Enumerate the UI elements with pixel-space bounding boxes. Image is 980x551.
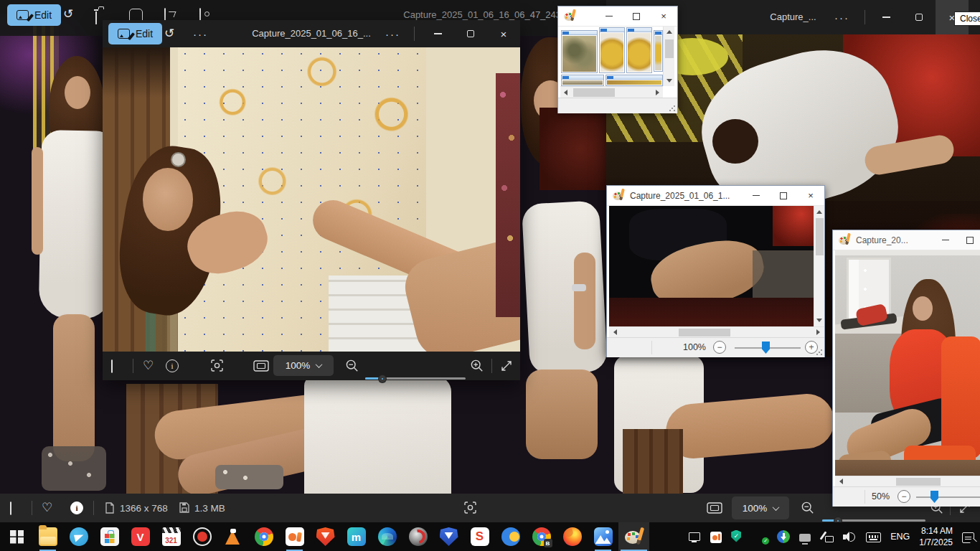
rotate-icon[interactable]: ↺ xyxy=(63,8,73,20)
taskbar-recorder[interactable] xyxy=(187,522,217,551)
pen-battery-icon[interactable] xyxy=(820,530,834,544)
taskbar-file-explorer[interactable] xyxy=(32,522,63,551)
scroll-left-icon[interactable] xyxy=(839,479,843,484)
zoom-slider[interactable] xyxy=(365,377,466,380)
zoom-out-icon[interactable] xyxy=(345,359,359,373)
close-button[interactable]: × xyxy=(797,186,824,205)
minimize-button[interactable] xyxy=(595,6,623,26)
scroll-right-icon[interactable] xyxy=(816,329,820,335)
tray-photo-viewer-icon[interactable] xyxy=(710,532,722,543)
taskbar-brave[interactable] xyxy=(310,522,341,551)
taskbar-maxthon[interactable]: m xyxy=(341,522,372,551)
zoom-out-button[interactable]: − xyxy=(713,341,726,354)
display-icon[interactable] xyxy=(799,534,811,542)
paint-small-canvas[interactable] xyxy=(835,250,980,476)
taskbar-photos[interactable] xyxy=(588,522,618,551)
scroll-up-icon[interactable] xyxy=(816,210,822,214)
horizontal-scrollbar[interactable] xyxy=(609,326,824,337)
resize-grip[interactable] xyxy=(816,349,823,356)
scrollbar-thumb[interactable] xyxy=(679,329,730,336)
taskbar-s-browser[interactable]: S xyxy=(464,522,495,551)
taskbar-vivaldi[interactable]: V xyxy=(125,522,156,551)
defender-icon[interactable]: ✓ xyxy=(754,530,768,544)
taskbar-chrome-beta[interactable]: B xyxy=(526,522,557,551)
see-more-icon[interactable]: ··· xyxy=(385,29,400,39)
info-icon[interactable]: i xyxy=(70,501,83,514)
scrollbar-thumb[interactable] xyxy=(816,218,824,255)
delete-icon[interactable] xyxy=(95,11,97,24)
filmstrip-icon[interactable] xyxy=(10,501,11,515)
download-manager-icon[interactable] xyxy=(777,530,790,543)
taskbar-firefox[interactable] xyxy=(557,522,588,551)
maximize-button[interactable] xyxy=(770,186,797,205)
taskbar-paint[interactable] xyxy=(618,522,649,551)
antivirus-icon[interactable]: ✓ xyxy=(731,530,745,544)
zoom-in-icon[interactable] xyxy=(470,359,484,373)
action-center-icon[interactable] xyxy=(962,532,974,543)
scroll-down-icon[interactable] xyxy=(666,79,672,83)
edit-button[interactable]: Edit xyxy=(7,4,61,26)
close-button[interactable]: × xyxy=(487,20,520,47)
minimize-button[interactable] xyxy=(933,230,958,250)
visual-search-icon[interactable] xyxy=(210,359,224,372)
scroll-down-icon[interactable] xyxy=(816,319,822,322)
horizontal-scrollbar[interactable] xyxy=(560,86,663,98)
fit-to-window-icon[interactable] xyxy=(707,502,722,514)
edit-button[interactable]: Edit xyxy=(108,23,162,44)
vertical-scrollbar[interactable] xyxy=(663,27,674,86)
zoom-slider-thumb[interactable] xyxy=(762,342,770,354)
zoom-slider-thumb[interactable] xyxy=(930,491,938,503)
scrollbar-thumb[interactable] xyxy=(573,88,615,97)
horizontal-scrollbar[interactable] xyxy=(835,476,980,486)
maximize-button[interactable] xyxy=(623,6,650,26)
taskbar-brave-beta[interactable] xyxy=(433,522,464,551)
maximize-button[interactable] xyxy=(454,20,487,47)
scrollbar-thumb[interactable] xyxy=(896,478,941,486)
volume-icon[interactable] xyxy=(843,530,857,544)
taskbar-store[interactable] xyxy=(94,522,125,551)
minimize-button[interactable] xyxy=(743,186,770,205)
taskbar-telegram[interactable] xyxy=(63,522,94,551)
touch-keyboard-icon[interactable] xyxy=(866,532,881,542)
scrollbar-thumb[interactable] xyxy=(665,39,674,58)
taskbar-comodo[interactable] xyxy=(402,522,433,551)
start-button[interactable] xyxy=(1,522,32,551)
rotate-icon[interactable]: ↺ xyxy=(164,27,174,39)
clock[interactable]: 8:14 AM 1/7/2025 xyxy=(919,525,953,548)
zoom-level-dropdown[interactable]: 100% xyxy=(732,496,789,519)
zoom-slider-thumb[interactable] xyxy=(379,375,386,382)
taskbar-klite[interactable] xyxy=(156,522,187,551)
zoom-slider-track[interactable] xyxy=(916,496,980,498)
scroll-up-icon[interactable] xyxy=(666,30,672,34)
network-icon[interactable] xyxy=(687,530,701,544)
favorite-heart-icon[interactable]: ♡ xyxy=(42,501,52,514)
fullscreen-icon[interactable] xyxy=(500,359,513,372)
paint-mid-canvas[interactable] xyxy=(609,206,814,326)
taskbar-kiwi[interactable] xyxy=(495,522,526,551)
scroll-left-icon[interactable] xyxy=(613,329,617,335)
taskbar-vlc[interactable] xyxy=(217,522,248,551)
minimize-button[interactable] xyxy=(870,0,903,34)
fit-to-window-icon[interactable] xyxy=(253,360,269,372)
zoom-out-button[interactable]: − xyxy=(897,490,910,503)
zoom-slider[interactable] xyxy=(822,519,925,522)
see-more-icon[interactable]: ··· xyxy=(834,12,849,23)
filmstrip-icon[interactable] xyxy=(111,359,113,373)
taskbar-edge[interactable] xyxy=(372,522,402,551)
zoom-level-dropdown[interactable]: 100% xyxy=(273,355,334,376)
paint-thumbs-canvas[interactable] xyxy=(560,27,663,86)
resize-grip[interactable] xyxy=(669,105,676,112)
language-indicator[interactable]: ENG xyxy=(890,532,910,542)
visual-search-icon[interactable] xyxy=(463,501,477,514)
close-button[interactable]: × xyxy=(650,6,677,26)
favorite-heart-icon[interactable]: ♡ xyxy=(143,359,154,372)
minimize-button[interactable] xyxy=(421,20,454,47)
zoom-slider-track[interactable] xyxy=(735,347,801,349)
scroll-left-icon[interactable] xyxy=(564,90,567,95)
taskbar-photo-viewer[interactable] xyxy=(279,522,310,551)
scroll-right-icon[interactable] xyxy=(656,90,659,95)
info-icon[interactable]: i xyxy=(166,359,179,372)
taskbar-chrome[interactable] xyxy=(248,522,279,551)
maximize-button[interactable] xyxy=(958,230,980,250)
vertical-scrollbar[interactable] xyxy=(814,206,824,326)
